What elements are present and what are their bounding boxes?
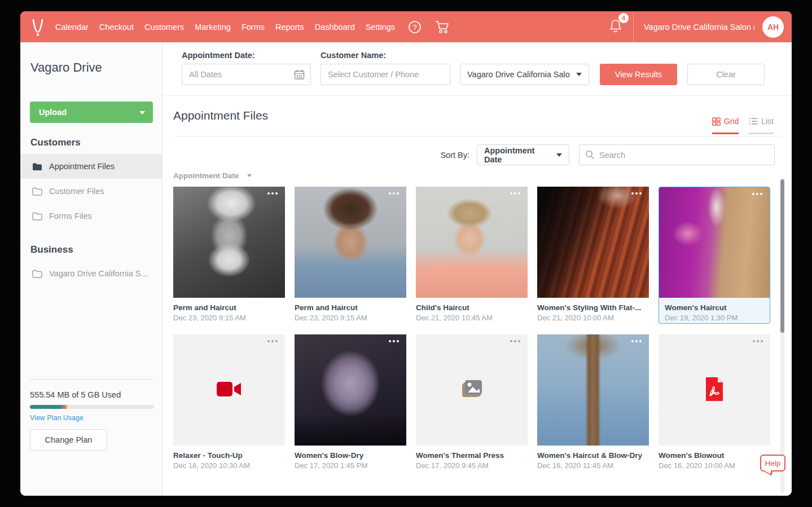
file-thumbnail[interactable] xyxy=(659,334,770,446)
more-options-icon[interactable] xyxy=(629,338,644,345)
sidebar-item-vagaro-drive-california-s[interactable]: Vagaro Drive California S... xyxy=(20,261,162,286)
file-date: Dec 21, 2020 10:00 AM xyxy=(537,313,649,323)
file-thumbnail[interactable] xyxy=(537,187,649,298)
file-card[interactable]: Perm and Haircut Dec 23, 2020 9:15 AM xyxy=(173,187,285,324)
file-card[interactable]: Child's Haircut Dec 21, 2020 10:45 AM xyxy=(416,187,528,324)
more-options-icon[interactable] xyxy=(508,190,523,197)
vertical-scrollbar[interactable] xyxy=(780,178,784,493)
file-thumbnail[interactable] xyxy=(659,187,770,298)
cart-icon[interactable] xyxy=(434,20,450,34)
file-caption: Women's Styling With Flat-... Dec 21, 20… xyxy=(537,298,649,323)
content-area: Appointment Files Grid List Sort By: App… xyxy=(163,96,792,496)
storage-usage-text: 555.54 MB of 5 GB Used xyxy=(30,390,121,399)
file-caption: Women's Haircut & Blow-Dry Dec 16, 2020 … xyxy=(537,446,649,470)
file-card[interactable]: Women's Haircut & Blow-Dry Dec 16, 2020 … xyxy=(537,334,649,471)
file-thumbnail[interactable] xyxy=(295,187,406,298)
search-box[interactable] xyxy=(579,144,775,165)
vagaro-logo[interactable] xyxy=(20,17,55,37)
sidebar-item-appointment-files[interactable]: Appointment Files xyxy=(20,154,162,179)
change-plan-button[interactable]: Change Plan xyxy=(30,429,107,451)
more-options-icon[interactable] xyxy=(750,338,765,345)
business-select-value: Vagaro Drive California Salo xyxy=(467,70,570,79)
view-plan-usage-link[interactable]: View Plan Usage xyxy=(30,414,84,422)
sidebar-item-label: Appointment Files xyxy=(49,162,115,171)
file-thumbnail[interactable] xyxy=(295,334,406,446)
more-options-icon[interactable] xyxy=(387,190,401,197)
file-date: Dec 23, 2020 9:15 AM xyxy=(295,313,406,323)
file-thumbnail[interactable] xyxy=(416,334,528,446)
storage-panel: 555.54 MB of 5 GB Used View Plan Usage C… xyxy=(20,379,162,496)
vagaro-logo-icon xyxy=(29,17,47,37)
nav-item-forms[interactable]: Forms xyxy=(242,23,265,32)
file-card[interactable]: Women's Styling With Flat-... Dec 21, 20… xyxy=(537,187,649,324)
file-thumbnail[interactable] xyxy=(173,187,285,298)
customer-field[interactable] xyxy=(321,64,450,85)
nav-right-cluster: 4 Vagaro Drive California Salon ( AH xyxy=(608,11,792,42)
notifications-bell-icon[interactable]: 4 xyxy=(608,18,623,36)
help-circle-icon[interactable]: ? xyxy=(407,20,422,34)
file-grid: Perm and Haircut Dec 23, 2020 9:15 AM Pe… xyxy=(173,187,770,471)
tab-list-label: List xyxy=(761,117,774,126)
sidebar-item-label: Customer Files xyxy=(49,187,104,196)
file-card[interactable]: Relaxer - Touch-Up Dec 18, 2020 10:30 AM xyxy=(173,334,285,471)
file-card[interactable]: Women's Blowout Dec 16, 2020 10:00 AM xyxy=(659,334,770,471)
more-options-icon[interactable] xyxy=(265,338,280,345)
sidebar-item-forms-files[interactable]: Forms Files xyxy=(20,204,162,228)
tab-grid[interactable]: Grid xyxy=(712,117,739,134)
sort-select[interactable]: Appointment Date xyxy=(477,144,569,165)
business-select[interactable]: Vagaro Drive California Salo xyxy=(460,64,589,85)
file-thumbnail[interactable] xyxy=(537,334,649,446)
sort-row: Sort By: Appointment Date xyxy=(440,144,775,165)
grid-icon xyxy=(712,117,721,126)
file-date: Dec 19, 2020 1:30 PM xyxy=(665,313,770,323)
search-input[interactable] xyxy=(599,151,769,160)
file-thumbnail[interactable] xyxy=(416,187,528,298)
file-card[interactable]: Women's Thermal Press Dec 17, 2020 9:45 … xyxy=(416,334,528,471)
storage-segment xyxy=(65,405,67,409)
nav-item-dashboard[interactable]: Dashboard xyxy=(315,23,355,32)
calendar-icon[interactable] xyxy=(294,69,305,82)
file-thumbnail[interactable] xyxy=(173,334,285,446)
tab-grid-label: Grid xyxy=(724,117,739,126)
file-caption: Perm and Haircut Dec 23, 2020 9:15 AM xyxy=(173,298,285,323)
sidebar-item-customer-files[interactable]: Customer Files xyxy=(20,179,162,204)
avatar[interactable]: AH xyxy=(762,16,784,38)
file-card[interactable]: Women's Haircut Dec 19, 2020 1:30 PM xyxy=(659,187,770,324)
section-header-customers: Customers xyxy=(20,137,162,148)
nav-item-marketing[interactable]: Marketing xyxy=(195,23,231,32)
file-card[interactable]: Perm and Haircut Dec 23, 2020 9:15 AM xyxy=(295,187,406,324)
nav-item-calendar[interactable]: Calendar xyxy=(55,23,89,32)
more-options-icon[interactable] xyxy=(387,338,401,345)
svg-text:?: ? xyxy=(412,23,416,32)
section-header-business: Business xyxy=(20,244,162,255)
clear-button[interactable]: Clear xyxy=(687,64,765,85)
help-button[interactable]: Help xyxy=(760,455,785,471)
folder-open-icon xyxy=(32,162,42,171)
appointment-date-field[interactable] xyxy=(182,64,311,85)
file-caption: Women's Blowout Dec 16, 2020 10:00 AM xyxy=(659,446,770,470)
more-options-icon[interactable] xyxy=(508,338,523,345)
account-name[interactable]: Vagaro Drive California Salon ( xyxy=(644,23,754,32)
upload-button[interactable]: Upload xyxy=(30,102,153,123)
more-options-icon[interactable] xyxy=(265,190,280,197)
group-header-label: Appointment Date xyxy=(173,171,239,180)
app-window: CalendarCheckoutCustomersMarketingFormsR… xyxy=(20,11,792,496)
more-options-icon[interactable] xyxy=(629,190,644,197)
view-results-button[interactable]: View Results xyxy=(600,64,677,85)
scrollbar-thumb[interactable] xyxy=(780,179,784,333)
more-options-icon[interactable] xyxy=(750,191,765,197)
nav-item-reports[interactable]: Reports xyxy=(275,23,304,32)
video-file-icon xyxy=(216,380,242,400)
nav-divider xyxy=(633,11,634,42)
nav-item-customers[interactable]: Customers xyxy=(144,23,184,32)
file-date: Dec 16, 2020 11:45 AM xyxy=(537,461,649,470)
file-card[interactable]: Women's Blow-Dry Dec 17, 2020 1:45 PM xyxy=(295,334,406,471)
customer-input[interactable] xyxy=(321,64,450,85)
appointment-date-input[interactable] xyxy=(182,64,310,85)
nav-item-settings[interactable]: Settings xyxy=(366,23,395,32)
storage-segment xyxy=(61,405,65,409)
nav-item-checkout[interactable]: Checkout xyxy=(99,23,134,32)
group-header-appointment-date[interactable]: Appointment Date xyxy=(173,171,252,180)
chevron-down-icon xyxy=(556,153,562,157)
tab-list[interactable]: List xyxy=(749,117,774,134)
